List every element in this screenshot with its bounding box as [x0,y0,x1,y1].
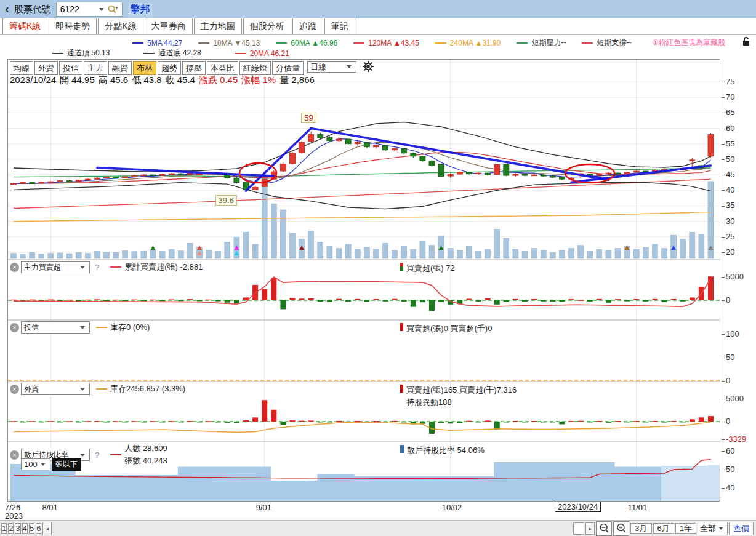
price-axis-55: 55 [722,139,734,148]
blue-bar-icon [400,445,404,453]
page-button-6[interactable]: 6 [36,523,41,534]
axis-value: 50 [726,154,734,164]
toolbar-button-撐壓[interactable]: 撐壓 [182,61,206,75]
range-button-3月[interactable]: 3月 [630,523,651,534]
price-axis-25: 25 [722,232,734,241]
tab-追蹤[interactable]: 追蹤 [292,18,323,34]
tab-個股分析[interactable]: 個股分析 [243,18,291,34]
line-swatch-icon [96,327,107,328]
tick-mark-icon [722,399,725,399]
line-swatch-icon [110,454,121,455]
axis-value: 40 [726,483,734,492]
treasury-stock-note: ①粉紅色區塊為庫藏股 [652,38,725,48]
panel4-axis-60: 60 [722,446,734,455]
line-swatch-icon [435,42,446,44]
axis-value: 50 [726,465,734,474]
page-button-5[interactable]: 5 [29,523,34,534]
panel1-axis-5000: 5000 [722,272,744,281]
tab-即時走勢[interactable]: 即時走勢 [49,18,97,34]
toolbar-button-紅綠燈[interactable]: 紅綠燈 [239,61,271,75]
tab-筆記[interactable]: 筆記 [324,18,355,34]
ohlc-漲跌: 漲跌 0.45 [199,74,238,85]
toolbar-button-趨勢[interactable]: 趨勢 [158,61,181,75]
indicator-select[interactable]: 投信 [21,321,90,334]
close-icon[interactable]: × [10,323,19,332]
tick-mark-icon [722,222,725,222]
chart-canvas[interactable] [7,59,720,503]
zoom-in-button[interactable] [613,521,629,536]
chevron-down-icon[interactable] [99,8,104,11]
tab-主力地圖[interactable]: 主力地圖 [194,18,242,34]
range-all-select[interactable]: 全部 [698,522,728,535]
legend-text: 通道底 42.28 [158,48,201,58]
page-prev-button[interactable]: ◂ [42,522,52,535]
range-button-6月[interactable]: 6月 [653,523,674,534]
axis-value: 0 [726,295,730,305]
indicator-select[interactable]: 外資 [21,383,90,395]
settings-gear-icon[interactable] [361,60,375,75]
svg-text:+: + [115,5,118,11]
axis-value: 0 [726,417,730,426]
page-button-1[interactable]: 1 [1,523,7,534]
toolbar-button-布林[interactable]: 布林 [133,61,156,75]
panel4-axis-50: 50 [722,465,734,474]
close-icon[interactable]: × [10,450,19,460]
panel1-axis-0: 0 [722,295,730,305]
scroll-right-button[interactable]: ▸ [585,522,595,535]
ohlc-開: 開 44.95 [60,74,95,85]
axis-value: 65 [726,108,734,117]
tab-大單券商[interactable]: 大單券商 [145,18,193,34]
date-label-7/26: 7/26 [5,503,20,512]
price-axis-30: 30 [722,217,734,226]
tick-mark-icon [722,358,725,358]
scroll-box[interactable] [573,522,584,535]
indicator-select[interactable]: 主力買賣超 [21,261,90,273]
panel3-axis-0: 0 [722,417,730,426]
chevron-down-icon [41,463,46,466]
toolbar-button-主力[interactable]: 主力 [84,61,107,75]
panel-bar-legend-散戶持股比率: 散戶持股比率 54.06% [400,445,485,456]
bar-legend: 散戶持股比率 54.06% [407,445,485,456]
axis-value: 50 [726,353,734,362]
threshold-select[interactable]: 100 [21,458,50,470]
close-icon[interactable]: × [10,263,19,272]
toolbar-button-本益比[interactable]: 本益比 [207,61,238,75]
search-icon[interactable]: + [107,4,118,14]
legend-text: 5MA 44.27 [147,39,182,47]
panel-header-外資: ×外資庫存2456.857 (3.3%) [10,383,185,395]
bar-legend2: 持股異動188 [406,397,517,408]
line-legend-wrap: 庫存2456.857 (3.3%) [110,383,185,394]
period-select[interactable]: 日線 [307,61,356,73]
back-button[interactable]: ‹ [5,2,9,16]
zoom-out-button[interactable] [596,521,612,536]
legend-item: 短期壓力-- [517,38,566,48]
tick-mark-icon [722,381,725,382]
toolbar-button-融資[interactable]: 融資 [108,61,132,75]
chevron-down-icon [80,454,85,457]
indicator-select-value: 投信 [24,322,39,333]
chevron-down-icon [80,326,85,329]
help-icon[interactable]: ? [95,450,99,460]
page-button-4[interactable]: 4 [22,523,28,534]
panel-bar-legend-外資: 買賣超(張)165 買賣超(千)7,316持股異動188 [400,385,517,408]
bar-legend-wrap: 散戶持股比率 54.06% [407,445,485,456]
page-button-3[interactable]: 3 [15,523,20,534]
help-icon[interactable]: ? [95,263,99,272]
close-icon[interactable]: × [10,385,19,394]
price-check-button[interactable]: 查價 [729,522,754,535]
tab-分點K線[interactable]: 分點K線 [98,18,143,34]
line-swatch-icon [582,42,593,44]
lock-icon[interactable] [741,36,751,49]
tab-籌碼K線[interactable]: 籌碼K線 [2,18,47,34]
toolbar-button-外資[interactable]: 外資 [34,61,58,75]
toolbar-button-投信[interactable]: 投信 [59,61,82,75]
toolbar-button-分價量[interactable]: 分價量 [272,61,304,75]
panel-bar-legend-投信: 買賣超(張)0 買賣超(千)0 [400,323,492,334]
tick-mark-icon [722,488,725,489]
page-button-2[interactable]: 2 [8,523,14,534]
toolbar-button-均線[interactable]: 均線 [10,61,33,75]
stock-code-input[interactable] [59,4,97,15]
range-button-1年[interactable]: 1年 [675,523,696,534]
legend-item: 60MA ▲46.96 [276,38,337,48]
axis-value: 20 [726,247,734,257]
